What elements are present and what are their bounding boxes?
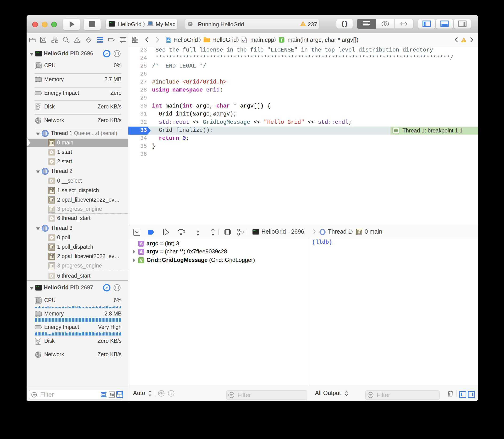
svg-text:C++: C++: [242, 39, 247, 42]
